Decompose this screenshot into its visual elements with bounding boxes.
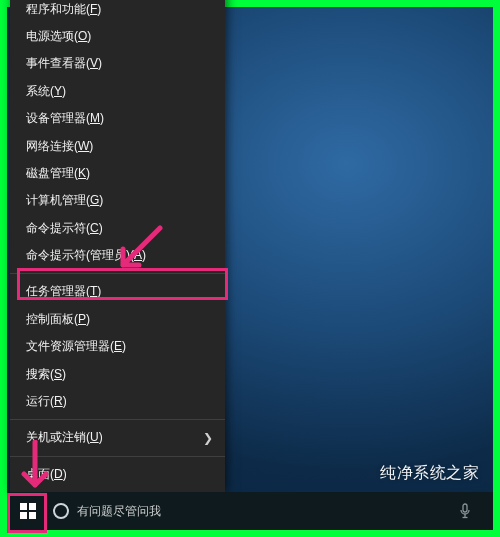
menu-item-label: 运行(R) xyxy=(26,393,67,410)
menu-disk-management[interactable]: 磁盘管理(K) xyxy=(10,160,225,187)
menu-item-label: 电源选项(O) xyxy=(26,28,91,45)
microphone-icon[interactable] xyxy=(455,501,475,521)
taskbar-search[interactable]: 有问题尽管问我 xyxy=(47,492,217,530)
menu-item-label: 磁盘管理(K) xyxy=(26,165,90,182)
menu-network-connections[interactable]: 网络连接(W) xyxy=(10,132,225,159)
menu-item-label: 事件查看器(V) xyxy=(26,55,102,72)
menu-item-label: 关机或注销(U) xyxy=(26,429,103,446)
menu-item-label: 计算机管理(G) xyxy=(26,192,103,209)
menu-control-panel[interactable]: 控制面板(P) xyxy=(10,306,225,333)
menu-programs-features[interactable]: 程序和功能(F) xyxy=(10,0,225,23)
menu-item-label: 命令提示符(C) xyxy=(26,220,103,237)
menu-task-manager[interactable]: 任务管理器(T) xyxy=(10,278,225,305)
menu-item-label: 命令提示符(管理员)(A) xyxy=(26,247,146,264)
svg-rect-2 xyxy=(20,512,27,519)
menu-file-explorer[interactable]: 文件资源管理器(E) xyxy=(10,333,225,360)
search-placeholder: 有问题尽管问我 xyxy=(77,503,161,520)
menu-separator xyxy=(10,273,225,274)
menu-item-label: 网络连接(W) xyxy=(26,138,93,155)
menu-separator xyxy=(10,419,225,420)
menu-item-label: 控制面板(P) xyxy=(26,311,90,328)
menu-item-label: 文件资源管理器(E) xyxy=(26,338,126,355)
cortana-icon xyxy=(53,503,69,519)
start-button[interactable] xyxy=(9,492,47,530)
menu-device-manager[interactable]: 设备管理器(M) xyxy=(10,105,225,132)
chevron-right-icon: ❯ xyxy=(203,431,213,445)
menu-shutdown-signout[interactable]: 关机或注销(U)❯ xyxy=(10,424,225,451)
svg-rect-3 xyxy=(29,512,36,519)
menu-item-label: 系统(Y) xyxy=(26,83,66,100)
taskbar: 有问题尽管问我 xyxy=(7,492,493,530)
menu-search[interactable]: 搜索(S) xyxy=(10,360,225,387)
menu-event-viewer[interactable]: 事件查看器(V) xyxy=(10,50,225,77)
menu-item-label: 搜索(S) xyxy=(26,366,66,383)
menu-system[interactable]: 系统(Y) xyxy=(10,78,225,105)
menu-run[interactable]: 运行(R) xyxy=(10,388,225,415)
watermark-text: 纯净系统之家 xyxy=(380,463,479,484)
menu-item-label: 设备管理器(M) xyxy=(26,110,104,127)
menu-item-label: 程序和功能(F) xyxy=(26,1,101,18)
menu-separator xyxy=(10,456,225,457)
menu-item-label: 任务管理器(T) xyxy=(26,283,101,300)
menu-command-prompt-admin[interactable]: 命令提示符(管理员)(A) xyxy=(10,242,225,269)
svg-rect-0 xyxy=(20,503,27,510)
windows-logo-icon xyxy=(20,503,36,519)
svg-rect-4 xyxy=(463,504,467,512)
menu-power-options[interactable]: 电源选项(O) xyxy=(10,23,225,50)
menu-computer-management[interactable]: 计算机管理(G) xyxy=(10,187,225,214)
svg-rect-1 xyxy=(29,503,36,510)
menu-desktop[interactable]: 桌面(D) xyxy=(10,461,225,488)
winx-power-menu: 程序和功能(F) 电源选项(O) 事件查看器(V) 系统(Y) 设备管理器(M)… xyxy=(10,0,225,492)
menu-item-label: 桌面(D) xyxy=(26,466,67,483)
menu-command-prompt[interactable]: 命令提示符(C) xyxy=(10,214,225,241)
